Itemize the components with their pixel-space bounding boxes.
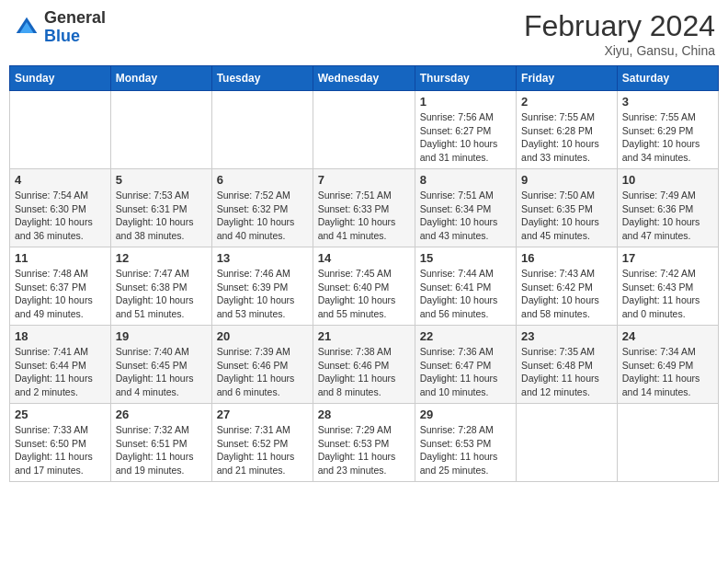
- day-number: 26: [116, 408, 207, 421]
- header-row: SundayMondayTuesdayWednesdayThursdayFrid…: [10, 66, 719, 91]
- day-number: 22: [420, 329, 511, 343]
- calendar-week-1: 1 Sunrise: 7:56 AMSunset: 6:27 PMDayligh…: [10, 91, 719, 169]
- day-info: Sunrise: 7:33 AMSunset: 6:50 PMDaylight:…: [15, 424, 93, 476]
- day-number: 19: [116, 329, 207, 343]
- day-number: 28: [318, 408, 410, 421]
- day-info: Sunrise: 7:53 AMSunset: 6:31 PMDaylight:…: [116, 190, 194, 241]
- day-info: Sunrise: 7:39 AMSunset: 6:46 PMDaylight:…: [217, 346, 295, 397]
- day-number: 8: [420, 173, 511, 187]
- calendar-cell: 12 Sunrise: 7:47 AMSunset: 6:38 PMDaylig…: [110, 247, 211, 326]
- title-block: February 2024 Xiyu, Gansu, China: [524, 9, 715, 58]
- header-day-friday: Friday: [517, 66, 618, 91]
- calendar-cell: 14 Sunrise: 7:45 AMSunset: 6:40 PMDaylig…: [313, 247, 415, 326]
- day-number: 25: [15, 408, 106, 421]
- header-day-sunday: Sunday: [10, 66, 111, 91]
- calendar-cell: 19 Sunrise: 7:40 AMSunset: 6:45 PMDaylig…: [110, 326, 211, 404]
- day-info: Sunrise: 7:48 AMSunset: 6:37 PMDaylight:…: [15, 268, 93, 319]
- day-number: 6: [217, 173, 308, 187]
- day-info: Sunrise: 7:32 AMSunset: 6:51 PMDaylight:…: [116, 424, 194, 476]
- month-title: February 2024: [524, 9, 715, 43]
- day-info: Sunrise: 7:42 AMSunset: 6:43 PMDaylight:…: [622, 268, 700, 319]
- day-number: 14: [318, 251, 410, 265]
- logo-icon: [13, 14, 40, 41]
- calendar-cell: 8 Sunrise: 7:51 AMSunset: 6:34 PMDayligh…: [415, 169, 516, 247]
- calendar-cell: 26 Sunrise: 7:32 AMSunset: 6:51 PMDaylig…: [110, 404, 211, 482]
- calendar-cell: 23 Sunrise: 7:35 AMSunset: 6:48 PMDaylig…: [517, 326, 618, 404]
- calendar-cell: 2 Sunrise: 7:55 AMSunset: 6:28 PMDayligh…: [517, 91, 618, 169]
- day-info: Sunrise: 7:56 AMSunset: 6:27 PMDaylight:…: [420, 111, 498, 163]
- day-info: Sunrise: 7:47 AMSunset: 6:38 PMDaylight:…: [116, 268, 194, 319]
- day-info: Sunrise: 7:54 AMSunset: 6:30 PMDaylight:…: [15, 190, 93, 241]
- calendar-cell: 6 Sunrise: 7:52 AMSunset: 6:32 PMDayligh…: [211, 169, 313, 247]
- day-info: Sunrise: 7:28 AMSunset: 6:53 PMDaylight:…: [420, 424, 498, 476]
- calendar-cell: 5 Sunrise: 7:53 AMSunset: 6:31 PMDayligh…: [110, 169, 211, 247]
- calendar-cell: 18 Sunrise: 7:41 AMSunset: 6:44 PMDaylig…: [10, 326, 111, 404]
- calendar-cell: 22 Sunrise: 7:36 AMSunset: 6:47 PMDaylig…: [415, 326, 516, 404]
- calendar-cell: 16 Sunrise: 7:43 AMSunset: 6:42 PMDaylig…: [517, 247, 618, 326]
- calendar-cell: 15 Sunrise: 7:44 AMSunset: 6:41 PMDaylig…: [415, 247, 516, 326]
- calendar-cell: 24 Sunrise: 7:34 AMSunset: 6:49 PMDaylig…: [617, 326, 718, 404]
- day-number: 7: [318, 173, 410, 187]
- calendar-cell: [517, 404, 618, 482]
- day-info: Sunrise: 7:50 AMSunset: 6:35 PMDaylight:…: [521, 190, 599, 241]
- day-number: 20: [217, 329, 308, 343]
- calendar-cell: 1 Sunrise: 7:56 AMSunset: 6:27 PMDayligh…: [415, 91, 516, 169]
- calendar-cell: 29 Sunrise: 7:28 AMSunset: 6:53 PMDaylig…: [415, 404, 516, 482]
- day-number: 1: [420, 95, 511, 109]
- header-day-thursday: Thursday: [415, 66, 516, 91]
- calendar-cell: 27 Sunrise: 7:31 AMSunset: 6:52 PMDaylig…: [211, 404, 313, 482]
- day-info: Sunrise: 7:35 AMSunset: 6:48 PMDaylight:…: [521, 346, 599, 397]
- day-number: 13: [217, 251, 308, 265]
- day-info: Sunrise: 7:43 AMSunset: 6:42 PMDaylight:…: [521, 268, 599, 319]
- calendar-cell: 13 Sunrise: 7:46 AMSunset: 6:39 PMDaylig…: [211, 247, 313, 326]
- header-day-tuesday: Tuesday: [211, 66, 313, 91]
- calendar-cell: 9 Sunrise: 7:50 AMSunset: 6:35 PMDayligh…: [517, 169, 618, 247]
- day-number: 27: [217, 408, 308, 421]
- day-number: 5: [116, 173, 207, 187]
- day-info: Sunrise: 7:38 AMSunset: 6:46 PMDaylight:…: [318, 346, 396, 397]
- calendar-cell: 10 Sunrise: 7:49 AMSunset: 6:36 PMDaylig…: [617, 169, 718, 247]
- day-number: 9: [521, 173, 612, 187]
- day-number: 18: [15, 329, 106, 343]
- day-number: 3: [622, 95, 713, 109]
- calendar-cell: 17 Sunrise: 7:42 AMSunset: 6:43 PMDaylig…: [617, 247, 718, 326]
- day-info: Sunrise: 7:41 AMSunset: 6:44 PMDaylight:…: [15, 346, 93, 397]
- calendar-table: SundayMondayTuesdayWednesdayThursdayFrid…: [9, 65, 719, 482]
- day-info: Sunrise: 7:55 AMSunset: 6:29 PMDaylight:…: [622, 111, 700, 163]
- header-day-wednesday: Wednesday: [313, 66, 415, 91]
- day-number: 2: [521, 95, 612, 109]
- calendar-cell: 3 Sunrise: 7:55 AMSunset: 6:29 PMDayligh…: [617, 91, 718, 169]
- calendar-cell: 20 Sunrise: 7:39 AMSunset: 6:46 PMDaylig…: [211, 326, 313, 404]
- logo-text: General Blue: [44, 9, 106, 46]
- day-info: Sunrise: 7:52 AMSunset: 6:32 PMDaylight:…: [217, 190, 295, 241]
- calendar-cell: 7 Sunrise: 7:51 AMSunset: 6:33 PMDayligh…: [313, 169, 415, 247]
- day-number: 17: [622, 251, 713, 265]
- location: Xiyu, Gansu, China: [524, 43, 715, 58]
- day-number: 29: [420, 408, 511, 421]
- logo-blue: Blue: [44, 27, 80, 45]
- calendar-cell: 21 Sunrise: 7:38 AMSunset: 6:46 PMDaylig…: [313, 326, 415, 404]
- calendar-cell: 25 Sunrise: 7:33 AMSunset: 6:50 PMDaylig…: [10, 404, 111, 482]
- day-number: 4: [15, 173, 106, 187]
- day-info: Sunrise: 7:34 AMSunset: 6:49 PMDaylight:…: [622, 346, 700, 397]
- calendar-cell: [617, 404, 718, 482]
- day-number: 10: [622, 173, 713, 187]
- day-info: Sunrise: 7:29 AMSunset: 6:53 PMDaylight:…: [318, 424, 396, 476]
- calendar-header: SundayMondayTuesdayWednesdayThursdayFrid…: [10, 66, 719, 91]
- day-number: 12: [116, 251, 207, 265]
- day-number: 11: [15, 251, 106, 265]
- logo-general: General: [44, 8, 106, 27]
- day-info: Sunrise: 7:55 AMSunset: 6:28 PMDaylight:…: [521, 111, 599, 163]
- day-number: 23: [521, 329, 612, 343]
- day-info: Sunrise: 7:45 AMSunset: 6:40 PMDaylight:…: [318, 268, 396, 319]
- day-info: Sunrise: 7:51 AMSunset: 6:34 PMDaylight:…: [420, 190, 498, 241]
- day-info: Sunrise: 7:40 AMSunset: 6:45 PMDaylight:…: [116, 346, 194, 397]
- header-day-saturday: Saturday: [617, 66, 718, 91]
- day-number: 16: [521, 251, 612, 265]
- calendar-cell: 11 Sunrise: 7:48 AMSunset: 6:37 PMDaylig…: [10, 247, 111, 326]
- calendar-week-4: 18 Sunrise: 7:41 AMSunset: 6:44 PMDaylig…: [10, 326, 719, 404]
- calendar-week-2: 4 Sunrise: 7:54 AMSunset: 6:30 PMDayligh…: [10, 169, 719, 247]
- day-number: 21: [318, 329, 410, 343]
- page-header: General Blue February 2024 Xiyu, Gansu, …: [9, 9, 719, 58]
- calendar-cell: [313, 91, 415, 169]
